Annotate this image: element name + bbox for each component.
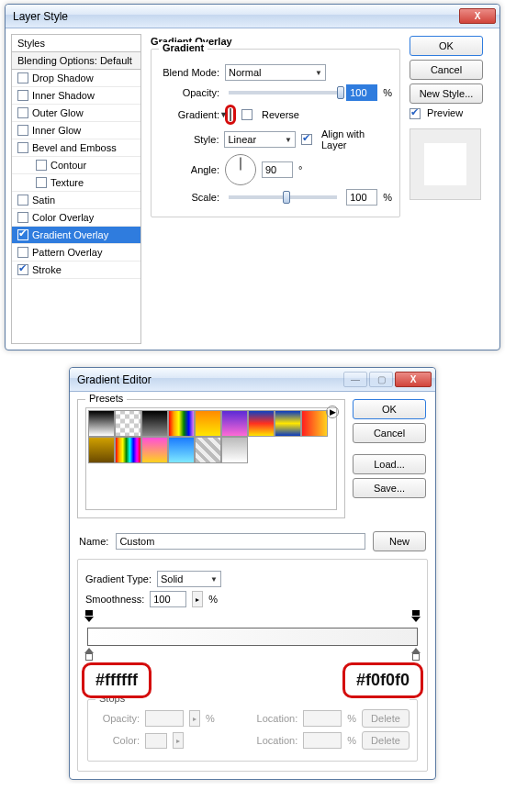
scale-input[interactable]: 100 <box>346 189 377 206</box>
blend-mode-select[interactable]: Normal <box>225 64 326 81</box>
color-stop-right[interactable] <box>411 648 421 659</box>
style-checkbox[interactable] <box>17 125 28 136</box>
smoothness-input[interactable]: 100 <box>150 591 186 607</box>
gradient-group: Gradient Blend Mode: Normal Opacity: 100 <box>151 49 400 217</box>
gradient-def-group: Gradient Type: Solid Smoothness: 100 ▸ % <box>77 559 428 772</box>
new-style-button[interactable]: New Style... <box>410 83 483 104</box>
style-checkbox[interactable] <box>17 264 28 275</box>
style-checkbox[interactable] <box>17 229 28 240</box>
style-label: Drop Shadow <box>32 72 94 83</box>
style-checkbox[interactable] <box>17 142 28 153</box>
scale-slider[interactable] <box>229 195 337 199</box>
load-button[interactable]: Load... <box>353 454 426 474</box>
gradient-type-label: Gradient Type: <box>85 573 152 584</box>
style-select[interactable]: Linear <box>224 131 295 148</box>
style-checkbox[interactable] <box>17 72 28 83</box>
left-hex-callout: #ffffff <box>82 662 152 698</box>
style-checkbox[interactable] <box>17 107 28 118</box>
reverse-label: Reverse <box>262 109 299 120</box>
preset-swatch[interactable] <box>301 410 328 437</box>
ok-button[interactable]: OK <box>353 399 426 419</box>
opacity-stop-right[interactable] <box>411 617 421 628</box>
stop-opacity-label: Opacity: <box>95 713 140 724</box>
preset-swatch[interactable] <box>195 437 221 463</box>
preset-swatch[interactable] <box>168 410 195 437</box>
style-checkbox[interactable] <box>17 195 28 206</box>
opacity-input[interactable]: 100 <box>346 84 377 101</box>
style-item-outer-glow[interactable]: Outer Glow <box>12 105 140 122</box>
preset-swatch[interactable] <box>115 410 141 437</box>
cancel-button[interactable]: Cancel <box>410 60 483 80</box>
gradient-editor-titlebar[interactable]: Gradient Editor — ▢ X <box>70 368 435 392</box>
layer-style-titlebar[interactable]: Layer Style X <box>6 5 499 28</box>
name-input[interactable]: Custom <box>116 533 365 550</box>
gradient-strip[interactable]: #ffffff #f0f0f0 <box>87 628 418 646</box>
style-label: Contour <box>50 160 86 171</box>
reverse-checkbox[interactable] <box>241 109 252 120</box>
preset-swatch[interactable] <box>141 437 168 463</box>
style-item-inner-glow[interactable]: Inner Glow <box>12 122 140 139</box>
ok-button[interactable]: OK <box>410 36 483 56</box>
preset-swatch[interactable] <box>195 410 221 437</box>
preset-swatch[interactable] <box>168 437 195 463</box>
style-checkbox[interactable] <box>36 177 47 188</box>
angle-input[interactable]: 90 <box>262 161 293 178</box>
style-label: Pattern Overlay <box>32 247 102 258</box>
style-label: Inner Glow <box>32 125 81 136</box>
smoothness-stepper[interactable]: ▸ <box>192 591 203 607</box>
style-checkbox[interactable] <box>17 90 28 101</box>
style-checkbox[interactable] <box>17 212 28 223</box>
preset-swatch[interactable] <box>115 437 141 463</box>
delete-color-stop-button: Delete <box>362 731 410 750</box>
preset-swatch[interactable] <box>88 410 115 437</box>
preset-swatch[interactable] <box>221 437 248 463</box>
maximize-icon: ▢ <box>369 372 393 387</box>
style-label: Inner Shadow <box>32 90 95 101</box>
presets-panel: Presets ▶ <box>77 399 345 518</box>
style-item-bevel-and-emboss[interactable]: Bevel and Emboss <box>12 139 140 157</box>
close-icon[interactable]: X <box>459 8 496 24</box>
stop-color-location-label: Location: <box>257 735 298 746</box>
gradient-editor-dialog: Gradient Editor — ▢ X Presets ▶ OK Cance… <box>69 367 436 780</box>
stops-panel: Stops Opacity: ▸ % Location: % Delete Co… <box>87 699 418 762</box>
opacity-slider[interactable] <box>229 91 337 95</box>
layer-style-dialog: Layer Style X Styles Blending Options: D… <box>5 4 500 350</box>
style-item-color-overlay[interactable]: Color Overlay <box>12 209 140 227</box>
opacity-stop-left[interactable] <box>84 617 94 628</box>
style-label: Satin <box>32 195 55 206</box>
preset-swatch[interactable] <box>221 410 248 437</box>
new-button[interactable]: New <box>373 531 426 551</box>
style-item-inner-shadow[interactable]: Inner Shadow <box>12 87 140 105</box>
style-item-satin[interactable]: Satin <box>12 192 140 209</box>
styles-list: Styles Blending Options: Default Drop Sh… <box>11 34 141 344</box>
stop-opacity-input <box>145 710 184 727</box>
style-checkbox[interactable] <box>17 247 28 258</box>
style-label: Texture <box>50 177 84 188</box>
cancel-button[interactable]: Cancel <box>353 423 426 443</box>
style-checkbox[interactable] <box>36 160 47 171</box>
close-icon[interactable]: X <box>395 372 432 387</box>
gradient-picker[interactable] <box>230 108 231 121</box>
styles-header[interactable]: Styles <box>12 35 140 52</box>
style-item-drop-shadow[interactable]: Drop Shadow <box>12 70 140 87</box>
preset-swatch[interactable] <box>88 437 115 463</box>
align-with-layer-checkbox[interactable] <box>301 134 312 145</box>
color-stop-left[interactable] <box>84 648 94 659</box>
preview-swatch <box>410 128 481 200</box>
gradient-type-select[interactable]: Solid <box>157 571 221 587</box>
scale-unit: % <box>383 192 392 203</box>
preview-checkbox[interactable] <box>410 108 421 119</box>
style-item-texture[interactable]: Texture <box>12 174 140 192</box>
presets-menu-icon[interactable]: ▶ <box>326 406 339 418</box>
save-button[interactable]: Save... <box>353 478 426 498</box>
style-item-contour[interactable]: Contour <box>12 157 140 174</box>
gradient-label: Gradient: <box>159 109 219 120</box>
preset-swatch[interactable] <box>141 410 168 437</box>
blending-options-header[interactable]: Blending Options: Default <box>12 52 140 70</box>
style-item-stroke[interactable]: Stroke <box>12 261 140 279</box>
angle-dial[interactable] <box>225 154 256 185</box>
preset-swatch[interactable] <box>248 410 275 437</box>
preset-swatch[interactable] <box>275 410 301 437</box>
style-item-pattern-overlay[interactable]: Pattern Overlay <box>12 244 140 261</box>
style-item-gradient-overlay[interactable]: Gradient Overlay <box>12 227 140 244</box>
